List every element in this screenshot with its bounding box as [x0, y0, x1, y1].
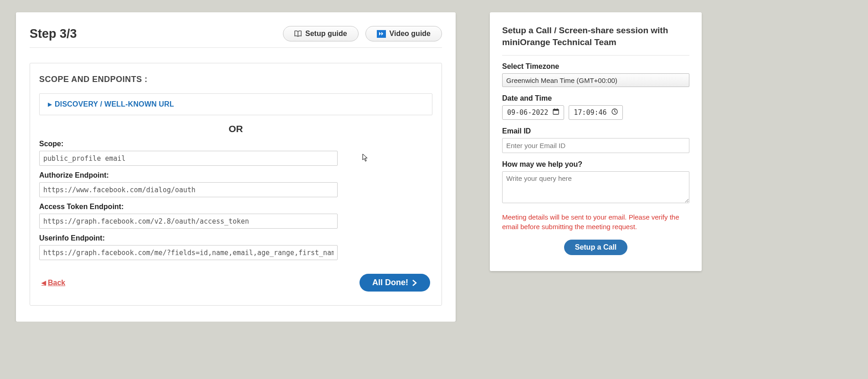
book-icon — [294, 31, 302, 37]
setup-guide-button[interactable]: Setup guide — [283, 26, 359, 41]
video-guide-label: Video guide — [390, 30, 431, 38]
scope-input[interactable] — [39, 151, 338, 166]
email-input[interactable] — [502, 138, 689, 153]
scope-label: Scope: — [39, 140, 432, 148]
clock-icon — [611, 108, 618, 117]
back-label: Back — [48, 279, 65, 287]
arrow-left-icon: ◀ — [41, 279, 46, 286]
time-value: 17:09:46 — [574, 108, 606, 117]
chevron-right-icon — [412, 280, 417, 286]
timezone-select[interactable]: Greenwich Mean Time (GMT+00:00) — [502, 73, 689, 87]
or-separator: OR — [39, 123, 432, 134]
video-guide-button[interactable]: Video guide — [365, 26, 442, 41]
step-title: Step 3/3 — [30, 27, 77, 41]
date-value: 09-06-2022 — [507, 108, 548, 117]
help-textarea[interactable] — [502, 171, 689, 203]
datetime-label: Date and Time — [502, 94, 689, 102]
setup-guide-label: Setup guide — [305, 30, 347, 38]
panel-title: SCOPE AND ENDPOINTS : — [39, 75, 432, 84]
all-done-button[interactable]: All Done! — [360, 274, 430, 292]
actions-row: ◀ Back All Done! — [39, 274, 432, 292]
all-done-label: All Done! — [372, 278, 408, 287]
access-token-endpoint-input[interactable] — [39, 214, 338, 229]
main-card: Step 3/3 Setup guide Video guide SCOPE A… — [16, 12, 456, 322]
guide-buttons: Setup guide Video guide — [283, 26, 442, 41]
header-row: Step 3/3 Setup guide Video guide — [30, 26, 442, 48]
meeting-warning-text: Meeting details will be sent to your ema… — [502, 212, 689, 231]
back-link[interactable]: ◀ Back — [41, 279, 65, 287]
email-label: Email ID — [502, 127, 689, 135]
timezone-value: Greenwich Mean Time (GMT+00:00) — [506, 77, 617, 84]
date-input[interactable]: 09-06-2022 — [502, 105, 564, 120]
setup-call-card: Setup a Call / Screen-share session with… — [490, 12, 702, 271]
timezone-label: Select Timezone — [502, 62, 689, 71]
userinfo-endpoint-label: Userinfo Endpoint: — [39, 234, 432, 242]
calendar-icon — [553, 108, 559, 117]
setup-call-title: Setup a Call / Screen-share session with… — [502, 25, 689, 56]
authorize-endpoint-input[interactable] — [39, 182, 338, 197]
setup-call-button[interactable]: Setup a Call — [564, 240, 628, 255]
scope-endpoints-panel: SCOPE AND ENDPOINTS : ▶ DISCOVERY / WELL… — [30, 63, 442, 306]
userinfo-endpoint-input[interactable] — [39, 245, 338, 260]
access-token-endpoint-label: Access Token Endpoint: — [39, 203, 432, 211]
discovery-url-toggle[interactable]: ▶ DISCOVERY / WELL-KNOWN URL — [39, 93, 432, 115]
authorize-endpoint-label: Authorize Endpoint: — [39, 171, 432, 179]
time-input[interactable]: 17:09:46 — [569, 105, 622, 120]
help-label: How may we help you? — [502, 160, 689, 169]
svg-rect-1 — [553, 109, 559, 111]
discovery-url-label: DISCOVERY / WELL-KNOWN URL — [55, 100, 174, 108]
video-icon — [377, 30, 386, 38]
triangle-right-icon: ▶ — [48, 101, 52, 108]
